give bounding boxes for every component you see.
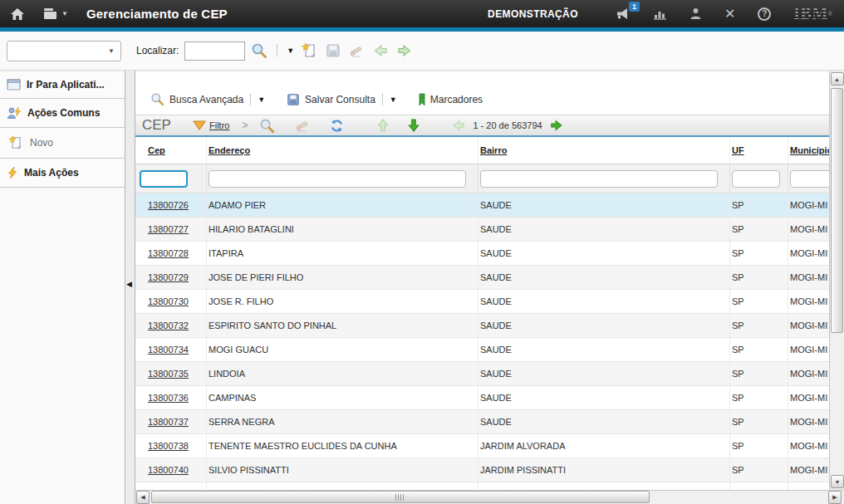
table-row[interactable]: 13800727HILARIO BATAGLINISAUDESPMOGI-MI bbox=[135, 218, 829, 242]
vertical-scrollbar[interactable]: ▲ ▼ bbox=[829, 71, 844, 490]
help-icon[interactable]: ? bbox=[758, 7, 771, 21]
close-icon[interactable]: ✕ bbox=[724, 7, 735, 21]
query-bar: Busca Avançada ▼ Salvar Consulta ▼ Marca… bbox=[135, 71, 829, 115]
table-row[interactable]: 13800736CAMPINASSAUDESPMOGI-MI bbox=[135, 386, 829, 410]
save-icon[interactable] bbox=[326, 43, 341, 59]
filter-input-endereco[interactable] bbox=[209, 170, 466, 188]
sidebar-item-novo[interactable]: Novo bbox=[0, 128, 125, 159]
column-header-uf[interactable]: UF bbox=[730, 137, 788, 164]
filter-input-bairro[interactable] bbox=[480, 170, 718, 188]
horizontal-scrollbar-thumb[interactable] bbox=[151, 491, 650, 503]
cep-link[interactable]: 13800737 bbox=[148, 417, 189, 427]
move-down-icon[interactable] bbox=[407, 118, 420, 133]
user-icon[interactable] bbox=[689, 7, 702, 20]
table-row[interactable]: 13800732ESPIRITO SANTO DO PINHALSAUDESPM… bbox=[135, 314, 829, 338]
search-icon[interactable] bbox=[251, 42, 267, 59]
table-search-icon[interactable] bbox=[259, 118, 275, 134]
localizar-input[interactable] bbox=[184, 42, 245, 61]
sidebar-item-mais-acoes[interactable]: Mais Ações bbox=[0, 159, 125, 188]
cep-link[interactable]: 13800730 bbox=[148, 296, 189, 306]
megaphone-icon[interactable]: 1 bbox=[616, 7, 631, 20]
scroll-left-icon[interactable]: ◀ bbox=[136, 491, 150, 504]
busca-avancada-button[interactable]: Busca Avançada ▼ bbox=[150, 92, 265, 106]
filter-input-municipio[interactable] bbox=[790, 170, 829, 188]
localizar-label: Localizar: bbox=[136, 45, 179, 56]
table-row[interactable]: 13800728ITAPIRASAUDESPMOGI-MI bbox=[135, 242, 829, 266]
next-page-icon[interactable] bbox=[549, 119, 564, 132]
previous-page-icon[interactable] bbox=[451, 119, 466, 132]
column-header-bairro[interactable]: Bairro bbox=[478, 137, 730, 164]
cell-uf: SP bbox=[730, 266, 788, 289]
table-row[interactable]: 13800737SERRA NEGRASAUDESPMOGI-MI bbox=[135, 410, 829, 434]
sidebar-item-ir-para-aplicativo[interactable]: Ir Para Aplicati... bbox=[0, 71, 125, 99]
bar-chart-icon[interactable] bbox=[653, 8, 667, 20]
filter-input-uf[interactable] bbox=[732, 170, 780, 188]
cep-link[interactable]: 13800729 bbox=[148, 272, 189, 282]
previous-icon[interactable] bbox=[372, 43, 389, 59]
table-row[interactable]: 13800735LINDOIASAUDESPMOGI-MI bbox=[135, 362, 829, 386]
scroll-up-icon[interactable]: ▲ bbox=[831, 72, 844, 86]
filtro-label[interactable]: Filtro bbox=[209, 120, 229, 130]
salvar-consulta-caret-icon[interactable]: ▼ bbox=[390, 95, 397, 104]
table-row[interactable]: 13800726ADAMO PIERSAUDESPMOGI-MI bbox=[135, 193, 829, 218]
cep-link[interactable]: 13800726 bbox=[148, 200, 189, 210]
sidebar-splitter[interactable]: ◀ bbox=[125, 71, 135, 504]
cep-link[interactable]: 13800735 bbox=[148, 369, 189, 379]
salvar-consulta-label: Salvar Consulta bbox=[305, 94, 375, 105]
marcadores-button[interactable]: Marcadores bbox=[419, 93, 483, 106]
new-record-icon[interactable] bbox=[302, 42, 318, 59]
cell-endereco: ADAMO PIER bbox=[207, 193, 478, 217]
table-row[interactable]: 13800729JOSE DE PIERI FILHOSAUDESPMOGI-M… bbox=[135, 266, 829, 290]
column-header-endereco[interactable]: Endereço bbox=[207, 137, 478, 164]
vertical-scrollbar-thumb[interactable] bbox=[831, 88, 843, 333]
content-area: Busca Avançada ▼ Salvar Consulta ▼ Marca… bbox=[135, 71, 844, 504]
refresh-icon[interactable] bbox=[330, 119, 344, 133]
cell-cep: 13800730 bbox=[135, 290, 207, 313]
cell-endereco: ESPIRITO SANTO DO PINHAL bbox=[207, 314, 478, 337]
table-row[interactable]: 13800734MOGI GUACUSAUDESPMOGI-MI bbox=[135, 338, 829, 362]
next-icon[interactable] bbox=[396, 43, 413, 59]
collapse-sidebar-icon[interactable]: ◀ bbox=[126, 280, 132, 288]
sidebar-item-acoes-comuns[interactable]: Ações Comuns bbox=[0, 99, 125, 128]
pagination-label: 1 - 20 de 563794 bbox=[473, 120, 542, 130]
table-row[interactable]: 13800738TENENTE MAESTRO EUCLIDES DA CUNH… bbox=[135, 434, 829, 458]
cell-endereco: ITAPIRA bbox=[207, 242, 478, 265]
cell-endereco: SILVIO PISSINATTI bbox=[207, 458, 478, 482]
cep-link[interactable]: 13800736 bbox=[148, 393, 189, 403]
cep-link[interactable]: 13800728 bbox=[148, 248, 189, 258]
column-header-cep[interactable]: Cep bbox=[135, 137, 207, 164]
scroll-down-icon[interactable]: ▼ bbox=[831, 475, 844, 488]
cep-link[interactable]: 13800738 bbox=[148, 441, 189, 451]
goto-combobox[interactable]: ▼ bbox=[7, 41, 121, 61]
table-clear-icon[interactable] bbox=[294, 118, 311, 133]
salvar-consulta-button[interactable]: Salvar Consulta ▼ bbox=[287, 93, 397, 106]
table-row[interactable]: 13800740SILVIO PISSINATTIJARDIM PISSINAT… bbox=[135, 458, 829, 482]
busca-avancada-caret-icon[interactable]: ▼ bbox=[258, 95, 265, 104]
separator bbox=[382, 94, 383, 105]
table-header-row: Cep Endereço Bairro UF Município bbox=[135, 137, 829, 164]
filter-input-cep[interactable] bbox=[140, 170, 188, 188]
cep-link[interactable]: 13800734 bbox=[148, 345, 189, 355]
environment-label: DEMONSTRAÇÃO bbox=[488, 8, 578, 20]
scroll-right-icon[interactable]: ▶ bbox=[828, 491, 842, 504]
cell-uf: SP bbox=[730, 290, 788, 313]
cell-endereco: HILARIO BATAGLINI bbox=[207, 218, 478, 241]
cell-cep: 13800740 bbox=[135, 458, 207, 482]
applications-menu-icon[interactable]: ▼ bbox=[43, 7, 68, 20]
search-dropdown-caret-icon[interactable]: ▼ bbox=[287, 46, 294, 55]
top-header: ▼ Gerenciamento de CEP DEMONSTRAÇÃO 1 ✕ … bbox=[0, 0, 844, 27]
cep-link[interactable]: 13800740 bbox=[148, 465, 189, 475]
home-icon[interactable] bbox=[10, 7, 25, 21]
cell-municipio: MOGI-MI bbox=[788, 218, 829, 241]
move-up-icon[interactable] bbox=[376, 118, 390, 133]
cell-municipio: MOGI-MI bbox=[788, 242, 829, 265]
filtro-button[interactable]: Filtro bbox=[193, 120, 229, 130]
column-header-municipio[interactable]: Município bbox=[788, 137, 829, 164]
clear-icon[interactable] bbox=[348, 43, 365, 59]
horizontal-scrollbar[interactable]: ◀ ▶ bbox=[135, 490, 844, 504]
cep-link[interactable]: 13800727 bbox=[148, 224, 189, 234]
expand-chevron-icon[interactable]: > bbox=[242, 120, 248, 131]
cep-link[interactable]: 13800732 bbox=[148, 321, 189, 330]
cell-bairro: SAUDE bbox=[478, 338, 730, 361]
table-row[interactable]: 13800730JOSE R. FILHOSAUDESPMOGI-MI bbox=[135, 290, 829, 314]
